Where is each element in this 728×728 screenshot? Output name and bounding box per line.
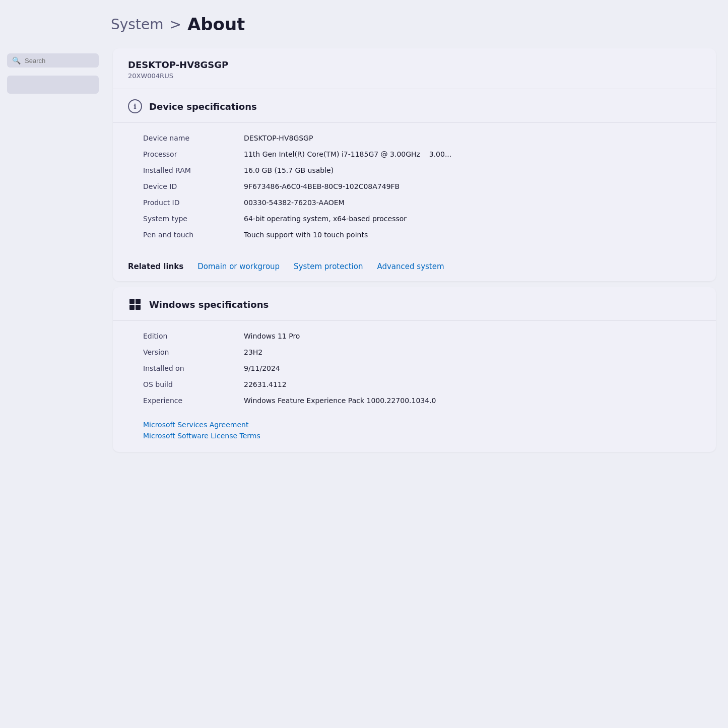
ms-link-services-agreement[interactable]: Microsoft Services Agreement	[143, 421, 701, 429]
table-row: Pen and touch Touch support with 10 touc…	[143, 227, 701, 243]
spec-value-installed-on: 9/11/2024	[244, 364, 701, 372]
table-row: Edition Windows 11 Pro	[143, 328, 701, 344]
spec-label-device-name: Device name	[143, 134, 224, 142]
spec-value-system-type: 64-bit operating system, x64-based proce…	[244, 215, 701, 223]
windows-icon	[128, 297, 142, 311]
spec-label-experience: Experience	[143, 396, 224, 405]
spec-value-device-id: 9F673486-A6C0-4BEB-80C9-102C08A749FB	[244, 182, 701, 190]
computer-model: 20XW004RUS	[128, 72, 701, 80]
spec-label-installed-on: Installed on	[143, 364, 224, 372]
sidebar-placeholder-1	[7, 76, 99, 94]
computer-name-section: DESKTOP-HV8GSGP 20XW004RUS	[113, 48, 716, 89]
ms-links-section: Microsoft Services Agreement Microsoft S…	[113, 418, 716, 452]
computer-name: DESKTOP-HV8GSGP	[128, 59, 701, 70]
table-row: OS build 22631.4112	[143, 376, 701, 392]
table-row: Version 23H2	[143, 344, 701, 360]
table-row: Installed RAM 16.0 GB (15.7 GB usable)	[143, 162, 701, 178]
spec-value-ram: 16.0 GB (15.7 GB usable)	[244, 166, 701, 174]
device-specs-header: ℹ Device specifications	[113, 89, 716, 123]
spec-value-product-id: 00330-54382-76203-AAOEM	[244, 198, 701, 207]
spec-value-processor: 11th Gen Intel(R) Core(TM) i7-1185G7 @ 3…	[244, 150, 701, 158]
related-link-advanced-system[interactable]: Advanced system	[377, 262, 444, 271]
page-wrapper: System > About 🔍 DESKTOP-HV8GSGP 20XW004…	[0, 0, 728, 728]
windows-specs-table: Edition Windows 11 Pro Version 23H2 Inst…	[113, 321, 716, 418]
spec-value-experience: Windows Feature Experience Pack 1000.227…	[244, 396, 701, 405]
windows-specs-card: Windows specifications Edition Windows 1…	[113, 287, 716, 452]
breadcrumb-parent: System	[111, 16, 163, 33]
windows-logo	[129, 299, 141, 310]
spec-value-version: 23H2	[244, 348, 701, 356]
spec-label-device-id: Device ID	[143, 182, 224, 190]
spec-value-os-build: 22631.4112	[244, 380, 701, 388]
breadcrumb-current: About	[187, 14, 245, 34]
main-content: DESKTOP-HV8GSGP 20XW004RUS ℹ Device spec…	[106, 48, 728, 728]
search-icon: 🔍	[12, 56, 21, 64]
spec-value-pen-touch: Touch support with 10 touch points	[244, 231, 701, 239]
table-row: Device name DESKTOP-HV8GSGP	[143, 130, 701, 146]
table-row: Product ID 00330-54382-76203-AAOEM	[143, 194, 701, 211]
search-input[interactable]	[25, 57, 94, 64]
related-links-section: Related links Domain or workgroup System…	[113, 252, 716, 281]
related-link-domain[interactable]: Domain or workgroup	[197, 262, 280, 271]
windows-logo-quad-bl	[129, 305, 135, 310]
windows-specs-title: Windows specifications	[149, 299, 269, 310]
spec-label-pen-touch: Pen and touch	[143, 231, 224, 239]
spec-label-ram: Installed RAM	[143, 166, 224, 174]
spec-label-processor: Processor	[143, 150, 224, 158]
breadcrumb-separator: >	[169, 16, 181, 33]
table-row: Experience Windows Feature Experience Pa…	[143, 392, 701, 409]
table-row: Installed on 9/11/2024	[143, 360, 701, 376]
spec-value-device-name: DESKTOP-HV8GSGP	[244, 134, 701, 142]
spec-label-product-id: Product ID	[143, 198, 224, 207]
breadcrumb: System > About	[0, 0, 728, 48]
related-links-label: Related links	[128, 262, 183, 271]
windows-logo-quad-br	[136, 305, 141, 310]
spec-value-edition: Windows 11 Pro	[244, 332, 701, 340]
windows-logo-quad-tl	[129, 299, 135, 304]
device-specs-title: Device specifications	[149, 101, 257, 112]
ms-link-software-license[interactable]: Microsoft Software License Terms	[143, 432, 701, 440]
info-icon: ℹ	[128, 99, 142, 113]
spec-label-os-build: OS build	[143, 380, 224, 388]
table-row: Processor 11th Gen Intel(R) Core(TM) i7-…	[143, 146, 701, 162]
table-row: Device ID 9F673486-A6C0-4BEB-80C9-102C08…	[143, 178, 701, 194]
related-link-system-protection[interactable]: System protection	[294, 262, 363, 271]
computer-name-card: DESKTOP-HV8GSGP 20XW004RUS ℹ Device spec…	[113, 48, 716, 281]
sidebar: 🔍	[0, 48, 106, 728]
table-row: System type 64-bit operating system, x64…	[143, 211, 701, 227]
layout: 🔍 DESKTOP-HV8GSGP 20XW004RUS ℹ Device sp…	[0, 48, 728, 728]
windows-specs-header: Windows specifications	[113, 287, 716, 321]
spec-label-system-type: System type	[143, 215, 224, 223]
windows-logo-quad-tr	[136, 299, 141, 304]
spec-label-version: Version	[143, 348, 224, 356]
search-box[interactable]: 🔍	[7, 53, 99, 68]
device-specs-table: Device name DESKTOP-HV8GSGP Processor 11…	[113, 123, 716, 252]
spec-label-edition: Edition	[143, 332, 224, 340]
